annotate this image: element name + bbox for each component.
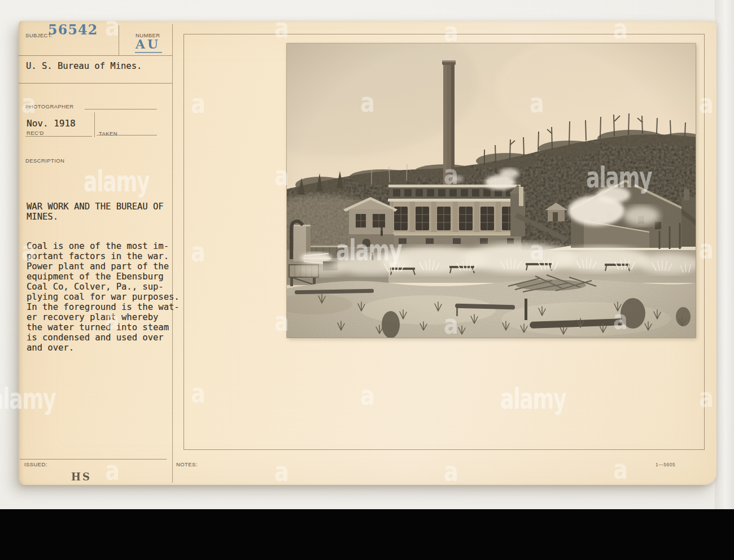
photo-scene	[287, 43, 696, 338]
description-label: DESCRIPTION	[25, 158, 64, 164]
rule	[19, 55, 172, 56]
photographer-label: PHOTOGRAPHER	[25, 103, 73, 110]
rule	[20, 459, 167, 460]
stock-photo-page: SUBJECT: 56542 NUMBER AU U. S. Bureau of…	[0, 0, 734, 560]
description-heading: WAR WORK AND THE BUREAU OF MINES.	[27, 202, 164, 222]
archive-card: SUBJECT: 56542 NUMBER AU U. S. Bureau of…	[19, 21, 716, 485]
rule	[25, 136, 92, 137]
rule	[85, 109, 157, 110]
number-stamp: AU	[135, 37, 162, 53]
rule	[119, 25, 119, 55]
date-received: Nov. 1918	[27, 118, 76, 129]
rule	[19, 83, 172, 84]
footer-bar: alamy Image ID: 2RCGY1N www.alamy.com	[0, 509, 734, 560]
recd-label: REC'D	[27, 130, 44, 136]
photograph	[287, 43, 696, 338]
issued-label: ISSUED:	[24, 461, 47, 467]
notes-reference-number: 1—5605	[656, 462, 675, 467]
rule	[94, 112, 95, 137]
subject-number-stamp: 56542	[48, 21, 98, 38]
organization-line: U. S. Bureau of Mines.	[26, 61, 142, 71]
taken-label: TAKEN	[99, 130, 117, 137]
description-body: Coal is one of the most im- portant fact…	[27, 241, 180, 353]
issued-stamp: HS	[71, 471, 91, 483]
notes-label: NOTES:	[176, 461, 198, 467]
backdrop-crease	[715, 0, 734, 560]
